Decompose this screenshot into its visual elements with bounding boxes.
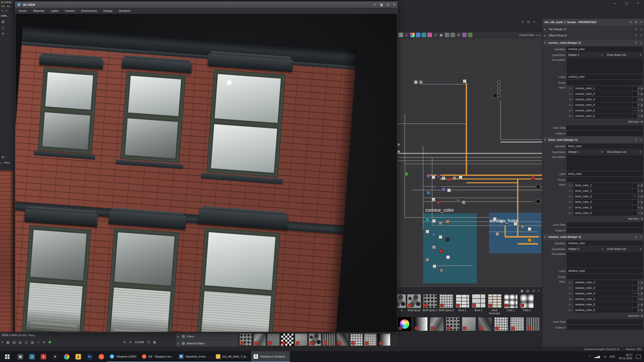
- expand-icon[interactable]: ▾: [544, 41, 547, 44]
- toolbar-icon-blue[interactable]: [416, 33, 420, 37]
- library-thumbnail[interactable]: [364, 333, 377, 346]
- item-checkbox-checked[interactable]: ✓: [633, 292, 637, 296]
- item-checkbox[interactable]: [633, 200, 637, 204]
- taskbar-app-telegram[interactable]: Telegram (2383): [107, 351, 139, 362]
- grid-icon[interactable]: ▦: [380, 3, 383, 7]
- close-icon[interactable]: ×: [393, 3, 395, 7]
- library-item[interactable]: BnW Spots 3: [438, 294, 454, 315]
- group-field[interactable]: [567, 274, 643, 279]
- close-icon[interactable]: ×: [640, 41, 642, 44]
- dock-icon[interactable]: ⊡: [527, 20, 530, 24]
- add-item-icon[interactable]: ⊕: [640, 103, 643, 107]
- remove-item-icon[interactable]: ×: [638, 87, 639, 90]
- warning-icon[interactable]: ⚠: [404, 33, 409, 37]
- notification-center-icon[interactable]: [636, 355, 641, 359]
- item-checkbox[interactable]: [633, 184, 637, 188]
- library-thumbnail[interactable]: [267, 333, 280, 346]
- collapsed-section-offset[interactable]: ▸ Offset (Float 2) ↧×: [543, 32, 643, 39]
- toolbar-icon-pink[interactable]: [427, 33, 432, 37]
- grid-view-icon[interactable]: ▦: [520, 289, 523, 293]
- library-thumbnail[interactable]: [526, 317, 540, 331]
- user-data-field[interactable]: [567, 222, 643, 227]
- close-icon[interactable]: ×: [640, 138, 642, 142]
- item-checkbox[interactable]: [633, 281, 637, 285]
- drag-handle-icon[interactable]: ≡: [571, 115, 573, 117]
- remove-item-icon[interactable]: ×: [638, 211, 639, 215]
- pin-icon[interactable]: ↧: [635, 28, 637, 31]
- menu-materials[interactable]: Materials: [33, 9, 45, 12]
- tray-chevron-icon[interactable]: ⌃: [588, 355, 591, 358]
- library-thumbnail[interactable]: [397, 317, 412, 331]
- library-thumbnail[interactable]: [295, 333, 307, 346]
- library-thumbnail[interactable]: [239, 333, 252, 346]
- add-item-icon[interactable]: ⊕: [640, 281, 643, 284]
- drag-handle-icon[interactable]: ≡: [571, 109, 573, 112]
- add-item-icon[interactable]: ⊕: [640, 206, 643, 209]
- library-thumbnail[interactable]: [446, 317, 460, 331]
- library-item[interactable]: Brick Generator: [487, 294, 503, 315]
- section-header[interactable]: ▾ cornice_color (Integer 1) ↧×: [543, 40, 643, 46]
- item-checkbox[interactable]: [633, 189, 637, 193]
- add-item-icon[interactable]: ⊕: [640, 297, 643, 301]
- taskbar-pinned-browser[interactable]: [61, 351, 72, 362]
- item-checkbox-checked[interactable]: ✓: [633, 195, 637, 199]
- user-data-field[interactable]: [567, 319, 643, 324]
- drag-handle-icon[interactable]: ≡: [571, 298, 573, 300]
- item-value-field[interactable]: window_color_5: [574, 302, 632, 307]
- send-icon[interactable]: ↗: [374, 3, 376, 7]
- item-value-field[interactable]: window_color_3: [574, 291, 632, 296]
- taskbar-app-3dsmax[interactable]: M industrial_d.max - ...: [176, 351, 213, 362]
- close-icon[interactable]: ×: [538, 289, 540, 293]
- item-value-field[interactable]: brick_color_3: [574, 194, 632, 199]
- item-value-field[interactable]: cornice_color_5: [574, 108, 632, 113]
- type-dropdown[interactable]: Integer 1▾: [567, 247, 604, 251]
- drag-handle-icon[interactable]: ≡: [571, 303, 573, 306]
- pin-icon[interactable]: ↧: [635, 138, 637, 142]
- drag-handle-icon[interactable]: ≡: [571, 87, 573, 90]
- toolbar-icon-purple[interactable]: [462, 33, 467, 37]
- item-checkbox[interactable]: [633, 114, 637, 118]
- menu-file[interactable]: File: [1, 5, 5, 8]
- remove-item-icon[interactable]: ×: [638, 195, 639, 198]
- group-field[interactable]: [567, 177, 643, 182]
- close-icon[interactable]: ×: [533, 20, 535, 24]
- dock-icon[interactable]: ⊡: [387, 3, 389, 7]
- item-checkbox[interactable]: [633, 297, 637, 301]
- start-button[interactable]: [0, 351, 15, 362]
- taskbar-pinned-photos[interactable]: ▣: [15, 351, 26, 362]
- type-dropdown[interactable]: Integer 1▾: [567, 150, 604, 154]
- remove-item-icon[interactable]: ×: [638, 281, 639, 284]
- expand-icon[interactable]: ▾: [544, 235, 547, 239]
- item-value-field[interactable]: brick_color_2: [574, 189, 632, 193]
- library-thumbnail[interactable]: [455, 294, 469, 308]
- drag-handle-icon[interactable]: ≡: [571, 309, 573, 311]
- toolbar-icon-green[interactable]: [468, 33, 472, 37]
- chevrons-icon[interactable]: »: [536, 33, 537, 36]
- clock[interactable]: 19:17 30.11.2022: [619, 353, 632, 360]
- item-checkbox[interactable]: [633, 303, 637, 307]
- library-thumbnail[interactable]: [423, 294, 437, 308]
- item-value-field[interactable]: window_color_2: [574, 286, 632, 290]
- item-checkbox[interactable]: [633, 206, 637, 210]
- library-thumbnail[interactable]: [323, 333, 335, 346]
- panel-icon[interactable]: ◫: [2, 26, 14, 29]
- taskbar-app-substance-designer[interactable]: S Substance Designer...: [251, 351, 290, 362]
- collapse-icon[interactable]: ▸: [1, 161, 4, 164]
- item-checkbox[interactable]: [633, 98, 637, 102]
- taskbar-app-browser-tab[interactable]: /td/ - Продано око...: [139, 351, 176, 362]
- item-checkbox[interactable]: [633, 86, 637, 90]
- rows-icon[interactable]: ▥: [19, 340, 22, 344]
- menu-lights[interactable]: Lights: [51, 9, 58, 12]
- taskbar-pinned-aimp[interactable]: A: [72, 351, 84, 362]
- add-item-icon[interactable]: ⊕: [640, 92, 643, 96]
- collapse-icon[interactable]: ▸: [544, 34, 547, 37]
- library-thumbnail[interactable]: [478, 317, 492, 331]
- 3d-view-titlebar[interactable]: 3D VIEW ↗ ▦ ⊡ ×: [15, 2, 397, 8]
- gear-icon[interactable]: ⚙: [2, 32, 14, 35]
- drag-handle-icon[interactable]: ≡: [571, 98, 573, 101]
- menu-edit[interactable]: Ed...: [7, 5, 12, 8]
- item-checkbox-checked[interactable]: ✓: [633, 109, 637, 113]
- item-checkbox[interactable]: [633, 103, 637, 107]
- library-thumbnail[interactable]: [281, 333, 294, 346]
- list-view-icon[interactable]: ▤: [527, 289, 529, 293]
